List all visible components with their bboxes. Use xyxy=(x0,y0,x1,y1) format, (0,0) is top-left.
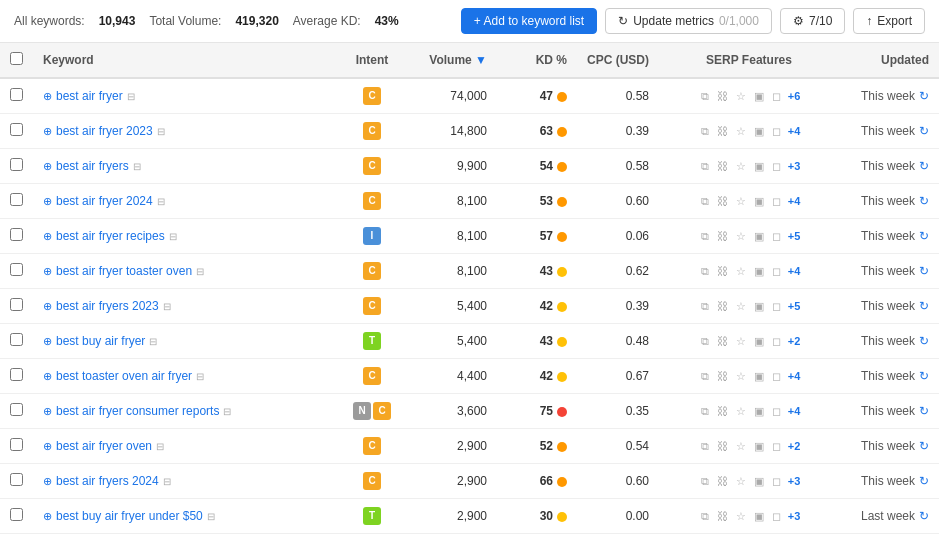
serp-icon-1[interactable]: ⧉ xyxy=(698,439,712,453)
settings-button[interactable]: ⚙ 7/10 xyxy=(780,8,845,34)
keyword-link[interactable]: best air fryer 2024 xyxy=(56,194,153,208)
serp-icon-5[interactable]: ◻ xyxy=(770,299,784,313)
serp-icon-2[interactable]: ⛓ xyxy=(716,89,730,103)
serp-icon-3[interactable]: ☆ xyxy=(734,474,748,488)
keyword-link[interactable]: best air fryers xyxy=(56,159,129,173)
keyword-link[interactable]: best air fryer recipes xyxy=(56,229,165,243)
row-checkbox[interactable] xyxy=(10,473,23,486)
serp-icon-5[interactable]: ◻ xyxy=(770,229,784,243)
keyword-header[interactable]: Keyword xyxy=(33,43,337,78)
volume-header[interactable]: Volume ▼ xyxy=(407,43,497,78)
serp-icon-4[interactable]: ▣ xyxy=(752,89,766,103)
keyword-link[interactable]: best buy air fryer xyxy=(56,334,145,348)
serp-icon-2[interactable]: ⛓ xyxy=(716,194,730,208)
serp-icon-2[interactable]: ⛓ xyxy=(716,474,730,488)
serp-icon-4[interactable]: ▣ xyxy=(752,439,766,453)
serp-icon-3[interactable]: ☆ xyxy=(734,334,748,348)
serp-icon-3[interactable]: ☆ xyxy=(734,264,748,278)
serp-icon-5[interactable]: ◻ xyxy=(770,264,784,278)
serp-icon-4[interactable]: ▣ xyxy=(752,124,766,138)
serp-icon-2[interactable]: ⛓ xyxy=(716,229,730,243)
refresh-icon[interactable]: ↻ xyxy=(919,334,929,348)
serp-icon-3[interactable]: ☆ xyxy=(734,124,748,138)
refresh-icon[interactable]: ↻ xyxy=(919,474,929,488)
serp-icon-2[interactable]: ⛓ xyxy=(716,404,730,418)
row-checkbox[interactable] xyxy=(10,158,23,171)
serp-icon-4[interactable]: ▣ xyxy=(752,159,766,173)
serp-icon-2[interactable]: ⛓ xyxy=(716,299,730,313)
keyword-link[interactable]: best buy air fryer under $50 xyxy=(56,509,203,523)
refresh-icon[interactable]: ↻ xyxy=(919,299,929,313)
row-checkbox[interactable] xyxy=(10,438,23,451)
serp-icon-1[interactable]: ⧉ xyxy=(698,89,712,103)
row-checkbox[interactable] xyxy=(10,403,23,416)
serp-icon-5[interactable]: ◻ xyxy=(770,369,784,383)
keyword-link[interactable]: best air fryer toaster oven xyxy=(56,264,192,278)
serp-icon-1[interactable]: ⧉ xyxy=(698,509,712,523)
row-checkbox[interactable] xyxy=(10,228,23,241)
serp-icon-1[interactable]: ⧉ xyxy=(698,229,712,243)
keyword-link[interactable]: best air fryer xyxy=(56,89,123,103)
keyword-link[interactable]: best toaster oven air fryer xyxy=(56,369,192,383)
serp-icon-1[interactable]: ⧉ xyxy=(698,369,712,383)
refresh-icon[interactable]: ↻ xyxy=(919,264,929,278)
serp-icon-5[interactable]: ◻ xyxy=(770,404,784,418)
keyword-link[interactable]: best air fryer 2023 xyxy=(56,124,153,138)
refresh-icon[interactable]: ↻ xyxy=(919,229,929,243)
serp-icon-3[interactable]: ☆ xyxy=(734,369,748,383)
serp-icon-3[interactable]: ☆ xyxy=(734,299,748,313)
serp-icon-4[interactable]: ▣ xyxy=(752,264,766,278)
row-checkbox[interactable] xyxy=(10,193,23,206)
row-checkbox[interactable] xyxy=(10,123,23,136)
add-to-keyword-list-button[interactable]: + Add to keyword list xyxy=(461,8,597,34)
serp-icon-2[interactable]: ⛓ xyxy=(716,334,730,348)
serp-icon-5[interactable]: ◻ xyxy=(770,124,784,138)
row-checkbox[interactable] xyxy=(10,508,23,521)
keyword-link[interactable]: best air fryer consumer reports xyxy=(56,404,219,418)
serp-icon-4[interactable]: ▣ xyxy=(752,299,766,313)
serp-icon-2[interactable]: ⛓ xyxy=(716,439,730,453)
serp-icon-1[interactable]: ⧉ xyxy=(698,299,712,313)
refresh-icon[interactable]: ↻ xyxy=(919,369,929,383)
serp-icon-3[interactable]: ☆ xyxy=(734,404,748,418)
serp-icon-3[interactable]: ☆ xyxy=(734,509,748,523)
serp-icon-1[interactable]: ⧉ xyxy=(698,159,712,173)
row-checkbox[interactable] xyxy=(10,368,23,381)
serp-icon-3[interactable]: ☆ xyxy=(734,229,748,243)
row-checkbox[interactable] xyxy=(10,263,23,276)
serp-icon-4[interactable]: ▣ xyxy=(752,474,766,488)
serp-icon-5[interactable]: ◻ xyxy=(770,474,784,488)
refresh-icon[interactable]: ↻ xyxy=(919,404,929,418)
refresh-icon[interactable]: ↻ xyxy=(919,194,929,208)
serp-icon-2[interactable]: ⛓ xyxy=(716,159,730,173)
serp-icon-5[interactable]: ◻ xyxy=(770,194,784,208)
serp-icon-4[interactable]: ▣ xyxy=(752,404,766,418)
serp-icon-5[interactable]: ◻ xyxy=(770,334,784,348)
refresh-icon[interactable]: ↻ xyxy=(919,159,929,173)
refresh-icon[interactable]: ↻ xyxy=(919,439,929,453)
serp-icon-1[interactable]: ⧉ xyxy=(698,474,712,488)
serp-icon-5[interactable]: ◻ xyxy=(770,89,784,103)
serp-icon-4[interactable]: ▣ xyxy=(752,369,766,383)
serp-icon-3[interactable]: ☆ xyxy=(734,89,748,103)
serp-icon-4[interactable]: ▣ xyxy=(752,334,766,348)
serp-icon-3[interactable]: ☆ xyxy=(734,159,748,173)
refresh-icon[interactable]: ↻ xyxy=(919,509,929,523)
serp-icon-1[interactable]: ⧉ xyxy=(698,404,712,418)
serp-icon-5[interactable]: ◻ xyxy=(770,509,784,523)
serp-icon-1[interactable]: ⧉ xyxy=(698,194,712,208)
row-checkbox[interactable] xyxy=(10,333,23,346)
refresh-icon[interactable]: ↻ xyxy=(919,124,929,138)
serp-icon-4[interactable]: ▣ xyxy=(752,194,766,208)
serp-icon-1[interactable]: ⧉ xyxy=(698,264,712,278)
serp-icon-4[interactable]: ▣ xyxy=(752,229,766,243)
serp-icon-4[interactable]: ▣ xyxy=(752,509,766,523)
serp-icon-3[interactable]: ☆ xyxy=(734,439,748,453)
keyword-link[interactable]: best air fryers 2023 xyxy=(56,299,159,313)
row-checkbox[interactable] xyxy=(10,298,23,311)
keyword-link[interactable]: best air fryers 2024 xyxy=(56,474,159,488)
refresh-icon[interactable]: ↻ xyxy=(919,89,929,103)
select-all-header[interactable] xyxy=(0,43,33,78)
serp-icon-2[interactable]: ⛓ xyxy=(716,264,730,278)
export-button[interactable]: ↑ Export xyxy=(853,8,925,34)
